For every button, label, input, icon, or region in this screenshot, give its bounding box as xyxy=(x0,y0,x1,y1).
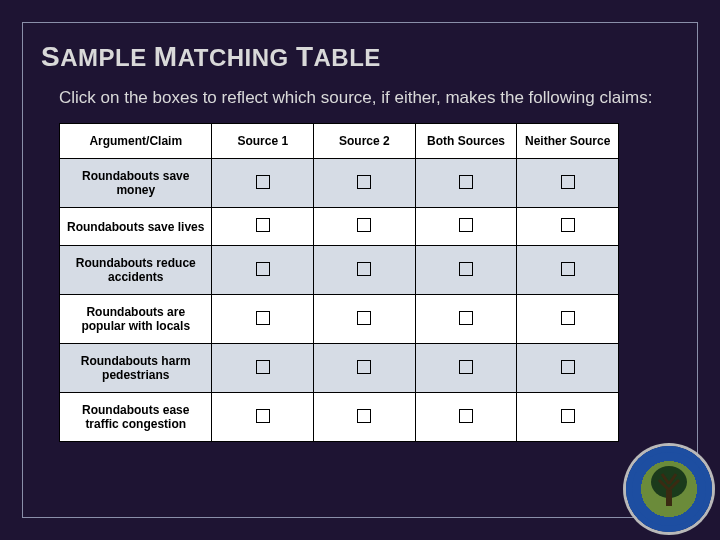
checkbox-cell[interactable] xyxy=(212,159,314,208)
checkbox-icon[interactable] xyxy=(561,262,575,276)
checkbox-cell[interactable] xyxy=(517,246,619,295)
checkbox-cell[interactable] xyxy=(415,344,517,393)
table-row: Roundabouts are popular with locals xyxy=(60,295,619,344)
svg-rect-1 xyxy=(666,490,672,506)
table-row: Roundabouts save lives xyxy=(60,208,619,246)
checkbox-icon[interactable] xyxy=(256,262,270,276)
checkbox-icon[interactable] xyxy=(357,311,371,325)
checkbox-icon[interactable] xyxy=(459,311,473,325)
checkbox-cell[interactable] xyxy=(314,344,416,393)
checkbox-icon[interactable] xyxy=(459,175,473,189)
table-row: Roundabouts harm pedestrians xyxy=(60,344,619,393)
checkbox-icon[interactable] xyxy=(459,262,473,276)
table-row: Roundabouts ease traffic congestion xyxy=(60,393,619,442)
checkbox-cell[interactable] xyxy=(212,208,314,246)
checkbox-cell[interactable] xyxy=(212,246,314,295)
tree-seal-icon xyxy=(626,446,712,532)
col-header: Neither Source xyxy=(517,124,619,159)
checkbox-cell[interactable] xyxy=(314,393,416,442)
checkbox-cell[interactable] xyxy=(517,159,619,208)
checkbox-icon[interactable] xyxy=(561,175,575,189)
checkbox-cell[interactable] xyxy=(212,344,314,393)
matching-table: Argument/Claim Source 1 Source 2 Both So… xyxy=(59,123,619,442)
checkbox-icon[interactable] xyxy=(459,218,473,232)
checkbox-cell[interactable] xyxy=(415,295,517,344)
checkbox-icon[interactable] xyxy=(256,175,270,189)
checkbox-icon[interactable] xyxy=(256,218,270,232)
checkbox-icon[interactable] xyxy=(357,360,371,374)
checkbox-icon[interactable] xyxy=(357,218,371,232)
checkbox-cell[interactable] xyxy=(314,246,416,295)
checkbox-cell[interactable] xyxy=(517,393,619,442)
checkbox-cell[interactable] xyxy=(314,295,416,344)
checkbox-cell[interactable] xyxy=(415,159,517,208)
col-header: Argument/Claim xyxy=(60,124,212,159)
checkbox-cell[interactable] xyxy=(517,208,619,246)
checkbox-icon[interactable] xyxy=(459,409,473,423)
checkbox-cell[interactable] xyxy=(212,295,314,344)
table-row: Roundabouts save money xyxy=(60,159,619,208)
checkbox-cell[interactable] xyxy=(415,246,517,295)
row-label: Roundabouts save money xyxy=(60,159,212,208)
checkbox-icon[interactable] xyxy=(561,409,575,423)
checkbox-cell[interactable] xyxy=(517,344,619,393)
checkbox-icon[interactable] xyxy=(459,360,473,374)
row-label: Roundabouts reduce accidents xyxy=(60,246,212,295)
row-label: Roundabouts harm pedestrians xyxy=(60,344,212,393)
checkbox-cell[interactable] xyxy=(415,208,517,246)
col-header: Source 1 xyxy=(212,124,314,159)
checkbox-cell[interactable] xyxy=(314,208,416,246)
row-label: Roundabouts save lives xyxy=(60,208,212,246)
instructions-text: Click on the boxes to reflect which sour… xyxy=(59,87,659,109)
checkbox-cell[interactable] xyxy=(314,159,416,208)
col-header: Both Sources xyxy=(415,124,517,159)
checkbox-icon[interactable] xyxy=(357,175,371,189)
checkbox-icon[interactable] xyxy=(256,409,270,423)
table-header-row: Argument/Claim Source 1 Source 2 Both So… xyxy=(60,124,619,159)
checkbox-cell[interactable] xyxy=(415,393,517,442)
table-row: Roundabouts reduce accidents xyxy=(60,246,619,295)
checkbox-icon[interactable] xyxy=(561,218,575,232)
checkbox-cell[interactable] xyxy=(517,295,619,344)
row-label: Roundabouts are popular with locals xyxy=(60,295,212,344)
checkbox-icon[interactable] xyxy=(357,409,371,423)
col-header: Source 2 xyxy=(314,124,416,159)
checkbox-icon[interactable] xyxy=(561,360,575,374)
checkbox-icon[interactable] xyxy=(256,311,270,325)
checkbox-icon[interactable] xyxy=(357,262,371,276)
checkbox-icon[interactable] xyxy=(561,311,575,325)
slide-title: SAMPLE MATCHING TABLE xyxy=(41,41,679,73)
row-label: Roundabouts ease traffic congestion xyxy=(60,393,212,442)
checkbox-icon[interactable] xyxy=(256,360,270,374)
checkbox-cell[interactable] xyxy=(212,393,314,442)
